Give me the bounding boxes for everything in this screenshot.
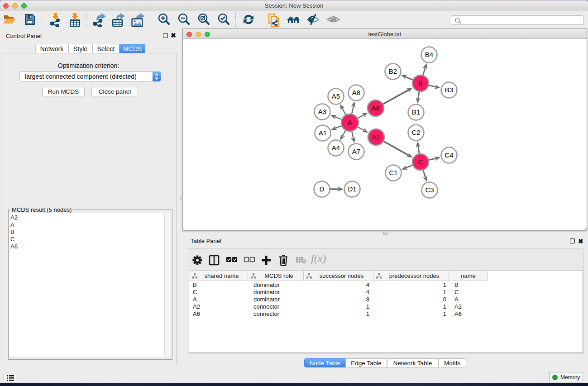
svg-text:B4: B4 — [425, 51, 433, 58]
svg-text:B2: B2 — [389, 67, 397, 75]
svg-text:A1: A1 — [319, 129, 327, 137]
svg-text:A: A — [348, 119, 352, 126]
svg-text:C: C — [418, 158, 423, 166]
svg-text:A6: A6 — [372, 104, 380, 112]
svg-text:B3: B3 — [445, 86, 453, 94]
svg-text:C3: C3 — [425, 186, 434, 194]
svg-text:D1: D1 — [348, 185, 356, 193]
svg-text:A4: A4 — [332, 144, 340, 152]
svg-text:B1: B1 — [412, 108, 420, 116]
svg-text:C2: C2 — [411, 129, 420, 136]
svg-text:C4: C4 — [445, 151, 453, 159]
svg-text:D: D — [320, 185, 325, 193]
svg-text:A2: A2 — [372, 133, 380, 141]
svg-text:A8: A8 — [352, 89, 360, 96]
svg-text:A3: A3 — [318, 108, 326, 115]
svg-text:A7: A7 — [352, 148, 360, 155]
svg-text:B: B — [418, 79, 423, 87]
svg-text:C1: C1 — [389, 169, 397, 176]
svg-text:A5: A5 — [332, 92, 340, 100]
